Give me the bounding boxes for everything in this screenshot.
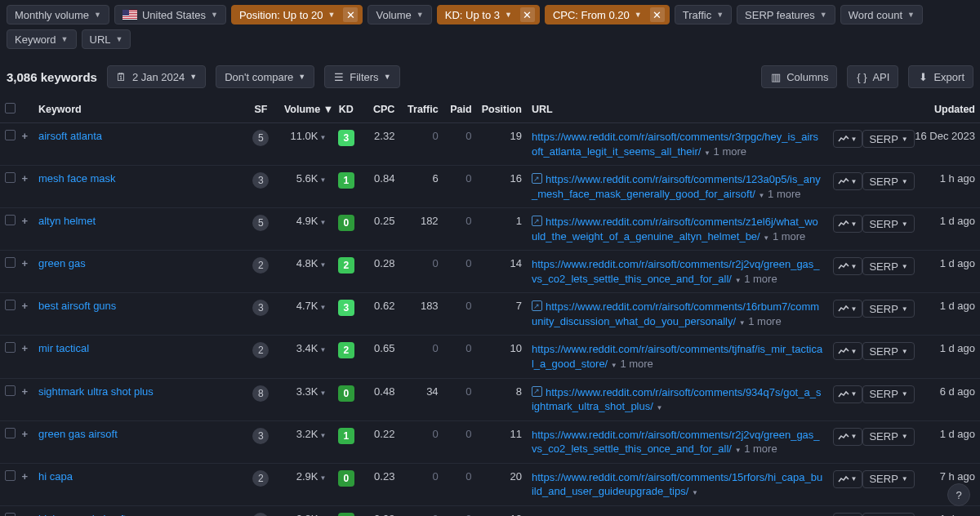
- serp-button[interactable]: SERP▼: [862, 470, 914, 488]
- url-expand[interactable]: ▼: [692, 485, 698, 497]
- chevron-down-icon[interactable]: ▼: [320, 389, 327, 397]
- expand-row-button[interactable]: +: [21, 300, 28, 312]
- keyword-link[interactable]: mesh face mask: [38, 172, 116, 185]
- more-urls[interactable]: ▼ 1 more: [763, 230, 805, 242]
- th-traffic[interactable]: Traffic: [399, 96, 443, 123]
- url-expand[interactable]: ▼: [656, 400, 662, 412]
- th-updated[interactable]: Updated: [908, 96, 980, 123]
- filter-traffic[interactable]: Traffic▼: [675, 5, 732, 24]
- position-history-button[interactable]: ▼: [833, 215, 862, 233]
- keyword-link[interactable]: sightmark ultra shot plus: [38, 385, 154, 398]
- row-checkbox[interactable]: [5, 215, 16, 225]
- date-picker[interactable]: 🗓2 Jan 2024▼: [107, 65, 206, 88]
- position-history-button[interactable]: ▼: [833, 342, 862, 360]
- close-icon[interactable]: ✕: [650, 7, 665, 22]
- th-url[interactable]: URL: [527, 96, 828, 123]
- position-history-button[interactable]: ▼: [833, 300, 862, 318]
- result-url-link[interactable]: https://www.reddit.com/r/airsoft/comment…: [532, 386, 821, 413]
- filters-button[interactable]: ☰Filters▼: [324, 65, 399, 88]
- result-url-link[interactable]: https://www.reddit.com/r/airsoft/comment…: [532, 131, 818, 158]
- help-button[interactable]: ?: [947, 483, 970, 506]
- chevron-down-icon[interactable]: ▼: [320, 304, 327, 311]
- result-url-link[interactable]: https://www.reddit.com/r/airsoft/comment…: [532, 343, 822, 370]
- expand-row-button[interactable]: +: [21, 172, 28, 185]
- compare-button[interactable]: Don't compare▼: [216, 65, 314, 88]
- more-urls[interactable]: ▼ 1 more: [611, 358, 653, 370]
- more-urls[interactable]: ▼ 1 more: [704, 145, 746, 158]
- keyword-link[interactable]: hi capa: [38, 470, 73, 483]
- select-all-checkbox[interactable]: [5, 103, 16, 113]
- th-kd[interactable]: KD: [331, 96, 361, 123]
- filter-serp-features[interactable]: SERP features▼: [737, 5, 835, 24]
- serp-button[interactable]: SERP▼: [862, 300, 914, 318]
- columns-button[interactable]: ▥Columns: [761, 65, 837, 88]
- row-checkbox[interactable]: [5, 300, 16, 310]
- row-checkbox[interactable]: [5, 513, 16, 516]
- keyword-link[interactable]: mir tactical: [38, 342, 89, 354]
- chevron-down-icon[interactable]: ▼: [320, 432, 327, 439]
- filter-country[interactable]: United States▼: [114, 5, 226, 24]
- position-history-button[interactable]: ▼: [833, 257, 862, 275]
- expand-row-button[interactable]: +: [21, 470, 28, 483]
- keyword-link[interactable]: green gas airsoft: [38, 428, 118, 440]
- row-checkbox[interactable]: [5, 385, 16, 396]
- more-urls[interactable]: ▼ 1 more: [735, 443, 777, 455]
- keyword-link[interactable]: airsoft atlanta: [38, 130, 102, 142]
- row-checkbox[interactable]: [5, 172, 16, 183]
- keyword-link[interactable]: altyn helmet: [38, 215, 96, 227]
- chevron-down-icon[interactable]: ▼: [320, 219, 327, 226]
- sf-badge[interactable]: 3: [252, 300, 269, 316]
- sf-badge[interactable]: 2: [252, 513, 269, 516]
- filter-volume[interactable]: Volume▼: [368, 5, 431, 24]
- filter-url[interactable]: URL▼: [82, 29, 131, 49]
- serp-button[interactable]: SERP▼: [862, 257, 914, 275]
- row-checkbox[interactable]: [5, 257, 16, 268]
- filter-kd[interactable]: KD: Up to 3▼✕: [437, 5, 540, 24]
- serp-button[interactable]: SERP▼: [862, 215, 914, 233]
- serp-button[interactable]: SERP▼: [862, 342, 914, 360]
- row-checkbox[interactable]: [5, 342, 16, 353]
- sf-badge[interactable]: 5: [252, 130, 269, 146]
- keyword-link[interactable]: high ground airsoft: [38, 513, 127, 516]
- sf-badge[interactable]: 8: [252, 385, 269, 402]
- result-url-link[interactable]: https://www.reddit.com/r/airsoft/comment…: [532, 471, 822, 498]
- row-checkbox[interactable]: [5, 130, 16, 140]
- chevron-down-icon[interactable]: ▼: [320, 346, 327, 354]
- th-volume[interactable]: Volume ▼: [279, 96, 331, 123]
- sf-badge[interactable]: 2: [252, 257, 269, 274]
- export-button[interactable]: ⬇Export: [908, 65, 973, 88]
- serp-button[interactable]: SERP▼: [862, 172, 914, 190]
- expand-row-button[interactable]: +: [21, 385, 28, 398]
- expand-row-button[interactable]: +: [21, 513, 28, 516]
- th-position[interactable]: Position: [477, 96, 527, 123]
- th-paid[interactable]: Paid: [443, 96, 477, 123]
- sf-badge[interactable]: 3: [252, 428, 269, 444]
- sf-badge[interactable]: 2: [252, 342, 269, 358]
- serp-button[interactable]: SERP▼: [862, 385, 914, 403]
- keyword-link[interactable]: best airsoft guns: [38, 300, 116, 312]
- filter-monthly-volume[interactable]: Monthly volume▼: [7, 5, 109, 24]
- serp-button[interactable]: SERP▼: [862, 130, 914, 148]
- chevron-down-icon[interactable]: ▼: [320, 474, 327, 482]
- th-cpc[interactable]: CPC: [361, 96, 399, 123]
- row-checkbox[interactable]: [5, 470, 16, 481]
- position-history-button[interactable]: ▼: [833, 428, 862, 446]
- expand-row-button[interactable]: +: [21, 215, 28, 227]
- sf-badge[interactable]: 2: [252, 470, 269, 487]
- close-icon[interactable]: ✕: [343, 7, 358, 22]
- position-history-button[interactable]: ▼: [833, 385, 862, 403]
- expand-row-button[interactable]: +: [21, 130, 28, 142]
- position-history-button[interactable]: ▼: [833, 130, 862, 148]
- more-urls[interactable]: ▼ 1 more: [739, 315, 782, 327]
- serp-button[interactable]: SERP▼: [862, 513, 914, 516]
- chevron-down-icon[interactable]: ▼: [320, 261, 327, 269]
- row-checkbox[interactable]: [5, 428, 16, 438]
- position-history-button[interactable]: ▼: [833, 513, 862, 516]
- filter-word-count[interactable]: Word count▼: [840, 5, 923, 24]
- keyword-link[interactable]: green gas: [38, 257, 86, 269]
- sf-badge[interactable]: 3: [252, 172, 269, 189]
- position-history-button[interactable]: ▼: [833, 470, 862, 488]
- more-urls[interactable]: ▼ 1 more: [759, 188, 801, 200]
- sf-badge[interactable]: 5: [252, 215, 269, 231]
- chevron-down-icon[interactable]: ▼: [320, 176, 327, 184]
